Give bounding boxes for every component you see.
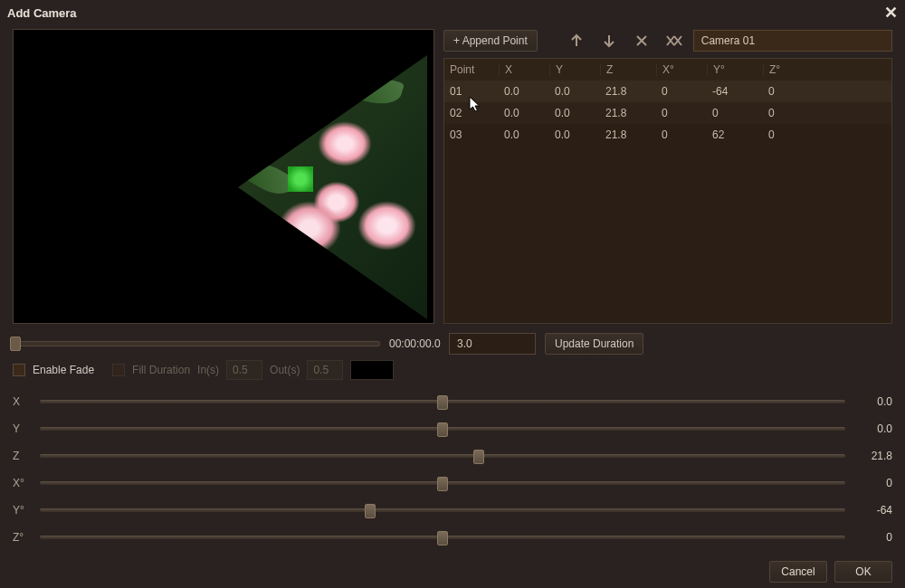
fade-color-swatch[interactable] xyxy=(350,360,394,380)
col-xd[interactable]: X° xyxy=(656,63,707,76)
duration-input[interactable] xyxy=(449,333,536,355)
cell-y: 0.0 xyxy=(549,85,600,98)
col-y[interactable]: Y xyxy=(549,63,600,76)
enable-fade-checkbox[interactable] xyxy=(13,364,25,376)
fade-in-label: In(s) xyxy=(197,364,219,376)
slider-value: 0 xyxy=(854,477,892,489)
cell-x: 0.0 xyxy=(499,128,549,141)
slider-row-Y: Y0.0 xyxy=(13,420,892,438)
slider-row-Z: Z21.8 xyxy=(13,447,892,465)
title-bar: Add Camera ✕ xyxy=(0,0,905,25)
timeline-row: 00:00:00.0 Update Duration xyxy=(0,333,905,355)
ok-button[interactable]: OK xyxy=(834,561,892,583)
timeline-thumb[interactable] xyxy=(10,337,21,351)
cell-z: 21.8 xyxy=(600,107,656,119)
fade-row: Enable Fade Fill Duration In(s) Out(s) xyxy=(0,355,905,385)
slider-row-Z°: Z°0 xyxy=(13,528,892,546)
fade-in-input xyxy=(226,360,262,380)
delete-one-icon[interactable] xyxy=(628,30,655,52)
slider-label: Z xyxy=(13,450,31,462)
slider-thumb[interactable] xyxy=(437,422,448,437)
slider-value: 0.0 xyxy=(854,422,892,435)
cell-point: 02 xyxy=(444,107,499,119)
cell-y: 0.0 xyxy=(549,107,600,119)
slider-value: 0.0 xyxy=(854,395,892,408)
delete-all-icon[interactable] xyxy=(661,30,688,52)
cell-x: 0.0 xyxy=(499,85,549,98)
slider-track[interactable] xyxy=(40,508,845,512)
append-point-button[interactable]: + Append Point xyxy=(443,30,538,52)
slider-thumb[interactable] xyxy=(437,477,448,491)
slider-track[interactable] xyxy=(40,427,845,431)
cell-x: 0.0 xyxy=(499,107,549,119)
cell-xd: 0 xyxy=(656,107,707,119)
sliders-panel: X0.0Y0.0Z21.8X°0Y°-64Z°0 xyxy=(0,385,905,554)
camera-preview[interactable] xyxy=(13,29,434,324)
cancel-button[interactable]: Cancel xyxy=(769,561,827,583)
slider-track[interactable] xyxy=(40,454,845,458)
update-duration-button[interactable]: Update Duration xyxy=(545,333,643,355)
table-row[interactable]: 010.00.021.80-640 xyxy=(444,81,891,102)
slider-label: X xyxy=(13,395,31,408)
timeline-slider[interactable] xyxy=(13,341,380,346)
col-z[interactable]: Z xyxy=(600,63,656,76)
col-x[interactable]: X xyxy=(499,63,549,76)
slider-thumb[interactable] xyxy=(437,531,448,545)
right-panel: + Append Point Point xyxy=(443,29,892,324)
cell-point: 01 xyxy=(444,85,499,98)
points-table-header: Point X Y Z X° Y° Z° xyxy=(444,59,891,81)
slider-label: Y xyxy=(13,422,31,435)
cell-zd: 0 xyxy=(763,85,814,98)
preview-image xyxy=(238,55,434,319)
slider-row-X: X0.0 xyxy=(13,393,892,411)
add-camera-dialog: Add Camera ✕ + Append P xyxy=(0,0,905,588)
slider-label: Z° xyxy=(13,531,31,544)
slider-value: 0 xyxy=(854,531,892,544)
slider-track[interactable] xyxy=(40,400,845,403)
slider-thumb[interactable] xyxy=(437,395,448,410)
footer-buttons: Cancel OK xyxy=(0,554,905,588)
table-row[interactable]: 020.00.021.8000 xyxy=(444,102,891,124)
slider-track[interactable] xyxy=(40,481,845,485)
cell-point: 03 xyxy=(444,128,499,141)
close-icon[interactable]: ✕ xyxy=(884,3,898,23)
col-zd[interactable]: Z° xyxy=(763,63,814,76)
main-area: + Append Point Point xyxy=(0,25,905,327)
cell-yd: 0 xyxy=(707,107,763,119)
cell-yd: 62 xyxy=(707,128,763,141)
points-toolbar: + Append Point xyxy=(443,29,892,52)
move-down-icon[interactable] xyxy=(595,30,623,52)
fill-duration-checkbox xyxy=(112,364,125,376)
slider-label: Y° xyxy=(13,504,31,517)
slider-track[interactable] xyxy=(40,536,845,539)
fade-out-label: Out(s) xyxy=(270,364,300,376)
fade-out-input xyxy=(307,360,343,380)
cell-yd: -64 xyxy=(707,85,763,98)
slider-thumb[interactable] xyxy=(365,504,376,518)
fill-duration-label: Fill Duration xyxy=(132,364,190,376)
slider-row-Y°: Y°-64 xyxy=(13,501,892,519)
enable-fade-label: Enable Fade xyxy=(33,364,94,376)
cell-zd: 0 xyxy=(763,128,814,141)
cell-z: 21.8 xyxy=(600,85,656,98)
timecode-label: 00:00:00.0 xyxy=(389,337,440,350)
cell-xd: 0 xyxy=(656,85,707,98)
move-up-icon[interactable] xyxy=(563,30,590,52)
slider-value: -64 xyxy=(854,504,892,517)
window-title: Add Camera xyxy=(7,6,77,20)
cell-z: 21.8 xyxy=(600,128,656,141)
cell-zd: 0 xyxy=(763,107,814,119)
camera-name-input[interactable] xyxy=(693,30,892,52)
col-point[interactable]: Point xyxy=(444,63,499,76)
slider-label: X° xyxy=(13,477,31,489)
cell-y: 0.0 xyxy=(549,128,600,141)
slider-row-X°: X°0 xyxy=(13,474,892,492)
points-table: Point X Y Z X° Y° Z° 010.00.021.80-64002… xyxy=(443,58,892,324)
slider-value: 21.8 xyxy=(854,450,892,462)
cell-xd: 0 xyxy=(656,128,707,141)
slider-thumb[interactable] xyxy=(473,450,484,464)
table-row[interactable]: 030.00.021.80620 xyxy=(444,124,891,146)
col-yd[interactable]: Y° xyxy=(707,63,763,76)
